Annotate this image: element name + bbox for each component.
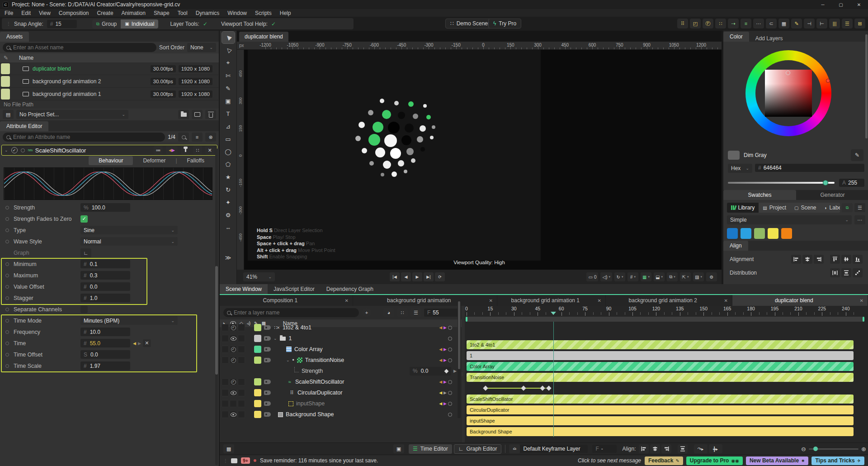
menu-window[interactable]: Window xyxy=(227,10,247,16)
menu-help[interactable]: Help xyxy=(280,10,291,16)
tab-align[interactable]: Align xyxy=(723,241,748,251)
tab-deformer[interactable]: Deformer xyxy=(133,156,175,165)
duplicate-icon[interactable]: ⧉▾ xyxy=(667,272,678,281)
input-arrow-icon[interactable]: ◀ xyxy=(439,390,442,395)
sort-order-dropdown[interactable]: None ⌄ xyxy=(187,43,216,52)
sv-cursor[interactable] xyxy=(786,71,790,75)
goto-frame-field[interactable]: F - xyxy=(592,445,617,453)
tag-icon[interactable] xyxy=(264,380,271,384)
attribute-field[interactable]: #1.0 xyxy=(80,294,130,302)
solo-cell[interactable] xyxy=(238,335,245,342)
attribute-search-field[interactable] xyxy=(3,133,165,142)
viewport-tab[interactable]: duplicator blend xyxy=(239,32,288,42)
keyframe-layer-icon[interactable]: ≏ xyxy=(509,444,520,453)
keyframe-diamond-icon[interactable] xyxy=(444,369,449,373)
color-swatch[interactable] xyxy=(781,228,792,239)
attribute-socket-icon[interactable] xyxy=(5,206,9,209)
alpha-slider-handle[interactable] xyxy=(823,180,828,185)
input-arrow-icon[interactable]: ◀ xyxy=(439,347,442,352)
pen-tool[interactable]: ✎ xyxy=(222,82,235,94)
filter-scatter-button[interactable]: ∷ xyxy=(397,308,408,317)
kf-align-left-button[interactable] xyxy=(639,444,649,453)
tab-generator[interactable]: Generator xyxy=(796,190,868,200)
render-toggle-icon[interactable] xyxy=(448,402,452,406)
target-tool[interactable]: ⌖ xyxy=(222,57,235,69)
close-icon[interactable]: ✕ xyxy=(341,298,353,303)
visibility-cell[interactable]: ✓ xyxy=(230,346,237,353)
layer-color-chip[interactable] xyxy=(254,346,261,353)
tips-and-tricks-button[interactable]: Tips and Tricks✈ xyxy=(811,456,864,465)
expander-chevron-icon[interactable]: ⌄ xyxy=(274,336,277,341)
color-mode-dropdown[interactable]: Hex ⌄ xyxy=(728,164,752,173)
attribute-socket-icon[interactable] xyxy=(5,353,9,357)
expander-chevron-icon[interactable]: ⌄ xyxy=(286,358,290,362)
distribute-h-button[interactable] xyxy=(830,268,840,277)
attribute-field[interactable]: #0.0 xyxy=(80,282,130,291)
maximize-button[interactable]: ▢ xyxy=(832,0,850,9)
snap-icon[interactable]: #▾ xyxy=(627,272,638,281)
delete-button[interactable] xyxy=(205,110,216,119)
keyframe-diamond[interactable] xyxy=(521,385,526,390)
input-arrow-icon[interactable]: ◀ xyxy=(439,358,442,362)
polygon-tool[interactable]: ⬠ xyxy=(222,158,235,170)
attribute-field[interactable]: S0.0 xyxy=(80,350,130,359)
attribute-socket-icon[interactable] xyxy=(5,262,9,266)
solo-cell[interactable] xyxy=(238,346,245,353)
tag-icon[interactable] xyxy=(264,336,271,341)
alpha-field[interactable]: A 255 xyxy=(839,179,864,187)
render-toggle-icon[interactable] xyxy=(448,337,452,341)
message-count-badge[interactable]: 9+ xyxy=(241,457,250,464)
viewport-tool-help-check-icon[interactable]: ✓ xyxy=(271,21,276,27)
align-left-icon[interactable]: ⊣ xyxy=(804,19,815,29)
audio-icon[interactable]: ◁)▾ xyxy=(600,272,612,281)
attribute-field[interactable]: #55.0 xyxy=(80,339,130,347)
grid-view-button[interactable]: ⧉ xyxy=(842,203,853,212)
prev-keyframe-icon[interactable]: ◀ xyxy=(133,341,136,346)
tab-attribute-editor[interactable]: Attribute Editor xyxy=(0,121,48,131)
attribute-socket-icon[interactable] xyxy=(5,217,9,221)
output-arrow-icon[interactable]: ▶ xyxy=(443,401,447,406)
distribute-grid-button[interactable] xyxy=(853,268,863,277)
attribute-search-input[interactable] xyxy=(13,134,161,140)
comp-tab[interactable]: background grid animation✕ xyxy=(353,295,497,306)
align-left-button[interactable] xyxy=(791,255,801,264)
star-tool[interactable]: ★ xyxy=(222,171,235,183)
playhead-marker[interactable] xyxy=(551,312,556,318)
kf-spacing-button[interactable]: ╋▸ xyxy=(709,444,722,453)
color-swatch[interactable] xyxy=(768,228,778,239)
menu-tool[interactable]: Tool xyxy=(178,10,188,16)
display-icon[interactable]: ⬓▾ xyxy=(654,272,665,281)
play-button[interactable]: ▶ xyxy=(412,272,422,281)
attribute-socket-icon[interactable] xyxy=(5,319,9,323)
next-keyframe-icon[interactable]: ▶ xyxy=(453,369,457,373)
timeline-bar[interactable]: TransitionNoise xyxy=(467,373,854,382)
node-io-arrows[interactable]: ◀▶ xyxy=(166,146,178,155)
reveal-button[interactable] xyxy=(192,110,203,119)
snap-angle-field[interactable]: # 15 xyxy=(47,20,77,28)
timeline-bar[interactable]: inputShape xyxy=(467,416,854,425)
open-folder-button[interactable] xyxy=(178,110,189,119)
input-arrow-icon[interactable]: ◀ xyxy=(439,401,442,406)
tab-falloffs[interactable]: Falloffs xyxy=(177,156,214,165)
align-center-h-button[interactable] xyxy=(802,255,812,264)
project-set-dropdown[interactable]: No Project Set... ⌄ xyxy=(16,110,128,119)
lock-cell[interactable] xyxy=(222,335,229,342)
saturation-value-square[interactable] xyxy=(765,70,812,117)
visibility-cell[interactable]: ✓ xyxy=(230,357,237,364)
hex-field[interactable]: # 646464 xyxy=(755,164,864,172)
attribute-socket-icon[interactable] xyxy=(5,274,9,277)
solo-cell[interactable] xyxy=(238,357,245,364)
output-arrow-icon[interactable]: ▶ xyxy=(443,380,447,384)
render-toggle-icon[interactable] xyxy=(448,347,452,352)
lock-cell[interactable] xyxy=(222,389,229,396)
timeline-zoom-slider[interactable] xyxy=(809,448,859,450)
list-view-button[interactable]: ☰ xyxy=(854,203,865,212)
attribute-checkbox[interactable] xyxy=(80,306,88,313)
keyframe-diamond[interactable] xyxy=(483,385,488,390)
attribute-field[interactable]: #0.3 xyxy=(80,271,130,280)
tab-assets[interactable]: Assets xyxy=(0,32,29,42)
attribute-field[interactable]: #10.0 xyxy=(80,328,130,336)
output-arrow-icon[interactable]: ▶ xyxy=(443,347,447,352)
close-node-button[interactable]: ✕ xyxy=(205,146,214,155)
remove-keyframe-button[interactable]: ✕ xyxy=(143,339,151,347)
